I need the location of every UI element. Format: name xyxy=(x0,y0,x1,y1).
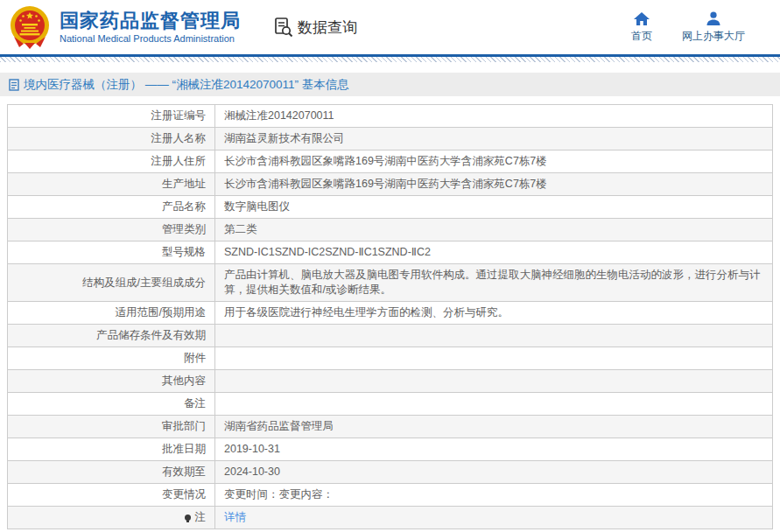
breadcrumb: 境内医疗器械（注册） —— “湘械注准20142070011” 基本信息 xyxy=(0,73,780,96)
table-row: 型号规格SZND-IC1SZND-IC2SZND-ⅡC1SZND-ⅡC2 xyxy=(8,241,772,263)
table-row: 生产地址长沙市含浦科教园区象嘴路169号湖南中医药大学含浦家苑C7栋7楼 xyxy=(8,172,772,195)
breadcrumb-text: 境内医疗器械（注册） —— “湘械注准20142070011” 基本信息 xyxy=(24,77,349,93)
row-label: 批准日期 xyxy=(8,438,215,460)
row-label: 变更情况 xyxy=(8,484,215,506)
user-icon xyxy=(706,11,721,26)
row-label: 有效期至 xyxy=(8,461,215,483)
table-row: 其他内容 xyxy=(8,369,772,392)
header-divider-band xyxy=(0,54,780,62)
agency-titles: 国家药品监督管理局 National Medical Products Admi… xyxy=(60,10,241,45)
row-label: 备注 xyxy=(8,393,215,415)
detail-link[interactable]: 详情 xyxy=(224,511,246,523)
row-label: 生产地址 xyxy=(8,173,215,195)
row-value: 变更时间：变更内容： xyxy=(215,484,772,506)
row-value: 数字脑电图仪 xyxy=(215,196,772,218)
row-value: 详情 xyxy=(215,507,772,528)
home-icon xyxy=(633,11,650,26)
document-search-icon xyxy=(274,17,293,38)
row-label: 注册证编号 xyxy=(8,105,215,127)
row-label: 注册人名称 xyxy=(8,128,215,150)
breadcrumb-wrap: 境内医疗器械（注册） —— “湘械注准20142070011” 基本信息 xyxy=(0,73,780,96)
row-label: 附件 xyxy=(8,347,215,369)
page-header: 国家药品监督管理局 National Medical Products Admi… xyxy=(0,0,780,54)
table-row: 管理类别第二类 xyxy=(8,218,772,241)
nav-item-service-hall[interactable]: 网上办事大厅 xyxy=(682,11,745,44)
row-value: 长沙市含浦科教园区象嘴路169号湖南中医药大学含浦家苑C7栋7楼 xyxy=(215,150,772,172)
row-value: 用于各级医院进行神经电生理学方面的检测、分析与研究。 xyxy=(215,302,772,324)
row-label: 适用范围/预期用途 xyxy=(8,302,215,324)
nav-item-label: 网上办事大厅 xyxy=(682,29,745,44)
table-row: 注详情 xyxy=(8,506,772,528)
row-value xyxy=(215,325,772,346)
row-label: 管理类别 xyxy=(8,219,215,241)
data-query-label: 数据查询 xyxy=(298,18,357,38)
table-row: 变更情况变更时间：变更内容： xyxy=(8,483,772,506)
row-value: 湘械注准20142070011 xyxy=(215,105,772,127)
row-value: 长沙市含浦科教园区象嘴路169号湖南中医药大学含浦家苑C7栋7楼 xyxy=(215,173,772,195)
table-row: 产品储存条件及有效期 xyxy=(8,324,772,346)
agency-title: 国家药品监督管理局 xyxy=(60,10,241,32)
table-row: 适用范围/预期用途用于各级医院进行神经电生理学方面的检测、分析与研究。 xyxy=(8,301,772,324)
table-row: 有效期至2024-10-30 xyxy=(8,460,772,483)
table-row: 批准日期2019-10-31 xyxy=(8,438,772,460)
row-value: 2019-10-31 xyxy=(215,438,772,460)
row-value: 2024-10-30 xyxy=(215,461,772,483)
row-value: 产品由计算机、脑电放大器及脑电图专用软件构成。通过提取大脑神经细胞的生物电活动的… xyxy=(215,264,772,301)
row-label: 其他内容 xyxy=(8,370,215,392)
table-row: 备注 xyxy=(8,392,772,415)
table-row: 注册人名称湖南益灵新技术有限公司 xyxy=(8,127,772,150)
top-nav: 首页 网上办事大厅 xyxy=(631,11,745,44)
table-row: 附件 xyxy=(8,346,772,369)
row-label: 审批部门 xyxy=(8,416,215,438)
row-label: 注 xyxy=(8,507,215,528)
row-value: 第二类 xyxy=(215,219,772,241)
table-row: 产品名称数字脑电图仪 xyxy=(8,195,772,218)
row-label: 产品名称 xyxy=(8,196,215,218)
row-value xyxy=(215,393,772,415)
table-row: 结构及组成/主要组成成分产品由计算机、脑电放大器及脑电图专用软件构成。通过提取大… xyxy=(8,263,772,301)
table-row: 注册人住所长沙市含浦科教园区象嘴路169号湖南中医药大学含浦家苑C7栋7楼 xyxy=(8,150,772,172)
nav-item-label: 首页 xyxy=(631,29,652,44)
national-emblem-logo xyxy=(9,5,51,49)
table-row: 注册证编号湘械注准20142070011 xyxy=(8,105,772,127)
row-label: 型号规格 xyxy=(8,242,215,263)
row-value xyxy=(215,347,772,369)
document-icon xyxy=(9,79,19,91)
row-label: 注册人住所 xyxy=(8,150,215,172)
row-value: 湖南益灵新技术有限公司 xyxy=(215,128,772,150)
info-table: 注册证编号湘械注准20142070011注册人名称湖南益灵新技术有限公司注册人住… xyxy=(7,104,773,529)
data-query-section[interactable]: 数据查询 xyxy=(274,17,357,38)
row-value xyxy=(215,370,772,392)
table-row: 审批部门湖南省药品监督管理局 xyxy=(8,415,772,438)
agency-subtitle: National Medical Products Administration xyxy=(60,33,241,45)
row-label: 产品储存条件及有效期 xyxy=(8,325,215,346)
row-value: 湖南省药品监督管理局 xyxy=(215,416,772,438)
bulb-icon xyxy=(185,514,191,521)
nav-item-home[interactable]: 首页 xyxy=(631,11,652,44)
row-label: 结构及组成/主要组成成分 xyxy=(8,264,215,301)
row-value: SZND-IC1SZND-IC2SZND-ⅡC1SZND-ⅡC2 xyxy=(215,242,772,263)
